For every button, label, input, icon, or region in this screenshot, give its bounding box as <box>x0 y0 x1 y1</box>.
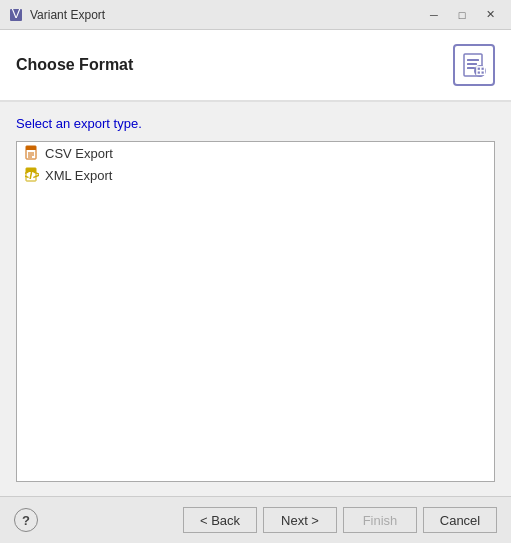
footer-right: < Back Next > Finish Cancel <box>38 507 497 533</box>
export-type-list[interactable]: CSV Export </> XML Export <box>16 141 495 482</box>
csv-icon <box>25 145 39 161</box>
page-title: Choose Format <box>16 56 133 74</box>
next-button[interactable]: Next > <box>263 507 337 533</box>
xml-icon: </> <box>25 167 39 183</box>
cancel-button[interactable]: Cancel <box>423 507 497 533</box>
list-item[interactable]: CSV Export <box>17 142 494 164</box>
footer-left: ? <box>14 508 38 532</box>
window-controls: ─ □ ✕ <box>421 5 503 25</box>
minimize-button[interactable]: ─ <box>421 5 447 25</box>
xml-export-label: XML Export <box>45 168 112 183</box>
footer: ? < Back Next > Finish Cancel <box>0 496 511 543</box>
csv-export-label: CSV Export <box>45 146 113 161</box>
svg-text:V: V <box>12 8 21 21</box>
app-icon: V <box>8 7 24 23</box>
wizard-icon: ⊞ <box>453 44 495 86</box>
svg-text:⊞: ⊞ <box>475 63 486 78</box>
instruction-text: Select an export type. <box>16 116 495 131</box>
header: Choose Format ⊞ <box>0 30 511 102</box>
svg-text:</>: </> <box>25 167 39 182</box>
back-button[interactable]: < Back <box>183 507 257 533</box>
title-bar: V Variant Export ─ □ ✕ <box>0 0 511 30</box>
help-button[interactable]: ? <box>14 508 38 532</box>
close-button[interactable]: ✕ <box>477 5 503 25</box>
content-area: Select an export type. CSV Export <box>0 102 511 496</box>
finish-button[interactable]: Finish <box>343 507 417 533</box>
maximize-button[interactable]: □ <box>449 5 475 25</box>
window-title: Variant Export <box>30 8 421 22</box>
svg-rect-3 <box>467 59 479 61</box>
svg-rect-9 <box>26 146 36 150</box>
list-item[interactable]: </> XML Export <box>17 164 494 186</box>
